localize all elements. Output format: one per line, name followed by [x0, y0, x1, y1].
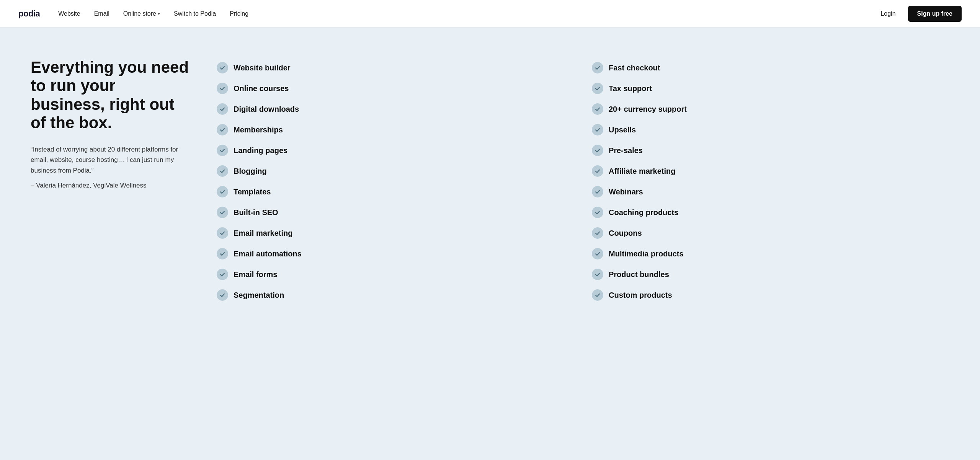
main-content: Everything you need to run your business… — [0, 28, 980, 335]
check-icon — [592, 165, 603, 177]
check-icon — [592, 248, 603, 259]
feature-label: Digital downloads — [234, 105, 299, 114]
nav-link-pricing[interactable]: Pricing — [230, 10, 248, 17]
feature-label: Landing pages — [234, 146, 287, 155]
feature-label: Memberships — [234, 126, 283, 134]
feature-item: Templates — [214, 182, 574, 201]
signup-button[interactable]: Sign up free — [908, 6, 962, 22]
nav-links: WebsiteEmailOnline store▾Switch to Podia… — [58, 10, 876, 17]
check-icon — [592, 289, 603, 301]
features-column-2: Fast checkout Tax support 20+ currency s… — [590, 58, 949, 305]
nav-link-email[interactable]: Email — [94, 10, 109, 17]
check-icon — [217, 145, 228, 156]
feature-label: Coaching products — [609, 208, 678, 217]
feature-label: Custom products — [609, 291, 672, 300]
feature-label: Online courses — [234, 84, 289, 93]
feature-label: Segmentation — [234, 291, 284, 300]
feature-label: Email automations — [234, 250, 302, 258]
check-icon — [217, 289, 228, 301]
feature-item: Webinars — [590, 182, 949, 201]
feature-label: Upsells — [609, 126, 636, 134]
feature-label: Blogging — [234, 167, 267, 176]
feature-label: Product bundles — [609, 270, 669, 279]
feature-item: Custom products — [590, 285, 949, 305]
check-icon — [592, 207, 603, 218]
feature-label: Webinars — [609, 188, 643, 196]
feature-label: Fast checkout — [609, 64, 660, 72]
nav-logo[interactable]: podia — [18, 9, 40, 19]
feature-item: Email automations — [214, 244, 574, 263]
nav-link-switch-to-podia[interactable]: Switch to Podia — [174, 10, 216, 17]
feature-label: Coupons — [609, 229, 642, 238]
feature-item: Email marketing — [214, 223, 574, 243]
check-icon — [592, 227, 603, 239]
feature-label: 20+ currency support — [609, 105, 687, 114]
feature-item: Affiliate marketing — [590, 161, 949, 181]
feature-item: Built-in SEO — [214, 203, 574, 222]
hero-title: Everything you need to run your business… — [31, 58, 191, 132]
feature-item: Website builder — [214, 58, 574, 77]
check-icon — [217, 248, 228, 259]
feature-label: Multimedia products — [609, 250, 684, 258]
feature-item: Segmentation — [214, 285, 574, 305]
check-icon — [592, 103, 603, 115]
check-icon — [217, 227, 228, 239]
feature-item: Blogging — [214, 161, 574, 181]
feature-label: Affiliate marketing — [609, 167, 675, 176]
features-column-1: Website builder Online courses Digital d… — [214, 58, 574, 305]
check-icon — [592, 269, 603, 280]
hero-section: Everything you need to run your business… — [31, 58, 191, 189]
check-icon — [217, 62, 228, 73]
navbar: podia WebsiteEmailOnline store▾Switch to… — [0, 0, 980, 28]
hero-quote: “Instead of worrying about 20 different … — [31, 144, 191, 176]
feature-item: Email forms — [214, 265, 574, 284]
check-icon — [217, 83, 228, 94]
check-icon — [592, 62, 603, 73]
check-icon — [592, 124, 603, 135]
feature-label: Tax support — [609, 84, 652, 93]
check-icon — [592, 186, 603, 197]
check-icon — [217, 165, 228, 177]
feature-label: Email marketing — [234, 229, 293, 238]
login-button[interactable]: Login — [876, 7, 900, 20]
feature-item: Multimedia products — [590, 244, 949, 263]
feature-item: Online courses — [214, 79, 574, 98]
feature-item: Upsells — [590, 120, 949, 139]
check-icon — [592, 145, 603, 156]
feature-label: Templates — [234, 188, 271, 196]
feature-item: Pre-sales — [590, 141, 949, 160]
feature-item: Tax support — [590, 79, 949, 98]
nav-link-website[interactable]: Website — [58, 10, 80, 17]
feature-label: Website builder — [234, 64, 291, 72]
check-icon — [217, 207, 228, 218]
check-icon — [217, 186, 228, 197]
hero-attribution: – Valeria Hernández, VegiVale Wellness — [31, 182, 191, 189]
check-icon — [217, 103, 228, 115]
feature-label: Email forms — [234, 270, 277, 279]
nav-link-online-store[interactable]: Online store▾ — [123, 10, 160, 17]
dropdown-arrow-icon: ▾ — [158, 11, 160, 16]
nav-actions: Login Sign up free — [876, 6, 962, 22]
feature-item: Landing pages — [214, 141, 574, 160]
check-icon — [217, 269, 228, 280]
feature-item: Coupons — [590, 223, 949, 243]
feature-item: Product bundles — [590, 265, 949, 284]
check-icon — [592, 83, 603, 94]
feature-item: Memberships — [214, 120, 574, 139]
check-icon — [217, 124, 228, 135]
feature-label: Built-in SEO — [234, 208, 278, 217]
feature-item: Digital downloads — [214, 100, 574, 119]
feature-label: Pre-sales — [609, 146, 643, 155]
feature-item: Coaching products — [590, 203, 949, 222]
features-section: Website builder Online courses Digital d… — [214, 58, 949, 305]
feature-item: 20+ currency support — [590, 100, 949, 119]
feature-item: Fast checkout — [590, 58, 949, 77]
